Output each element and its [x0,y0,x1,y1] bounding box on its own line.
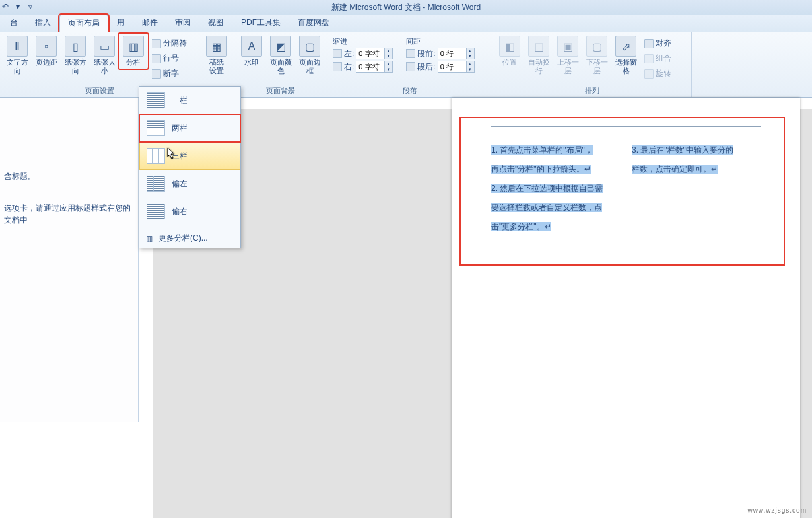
watermark-button[interactable]: A水印 [237,34,266,69]
spin-up[interactable]: ▴ [466,48,474,54]
orientation-icon: ▯ [65,36,86,57]
doc-text[interactable]: 1. 首先点击菜单栏的"布局"， [491,145,593,155]
spin-down[interactable]: ▾ [384,54,392,59]
one-column-icon [147,92,165,108]
doc-text[interactable]: 要选择栏数或者自定义栏数，点 [491,203,602,212]
space-before-spinner[interactable]: ▴▾ [438,48,475,59]
rotate-button[interactable]: 旋转 [642,67,674,81]
ribbon-tabs: 台 插入 页面布局 用 邮件 审阅 视图 PDF工具集 百度网盘 [0,15,812,32]
breaks-button[interactable]: 分隔符 [149,36,189,50]
undo-icon[interactable]: ↶ [0,1,11,12]
doc-text[interactable]: 再点击"分栏"的下拉箭头。↵ [491,165,591,174]
wrap-icon: ◫ [528,36,549,57]
text-direction-icon: Ⅱ [7,36,28,57]
tab-baidu[interactable]: 百度网盘 [289,14,338,32]
tab-insert[interactable]: 插入 [26,14,59,32]
paper-size-icon: ▭ [94,36,115,57]
space-before-icon [406,49,415,58]
document-column-2[interactable]: 3. 最后在"栏数"中输入要分的 栏数，点击确定即可。↵ [632,141,761,237]
columns-one[interactable]: 一栏 [139,87,240,114]
align-button[interactable]: 对齐 [642,36,674,50]
watermark-icon: A [241,36,262,57]
send-backward-button[interactable]: ▢下移一层 [582,34,611,77]
columns-left[interactable]: 偏左 [139,170,240,198]
document-columns: 1. 首先点击菜单栏的"布局"， 再点击"分栏"的下拉箭头。↵ 2. 然后在下拉… [491,141,761,237]
space-after-spinner[interactable]: ▴▾ [438,61,475,73]
columns-dropdown: 一栏 两栏 三栏 偏左 偏右 ▥ 更多分栏(C)... [139,86,241,248]
space-after-input[interactable] [438,63,466,71]
space-after-label: 段后: [417,61,435,73]
position-button[interactable]: ◧位置 [495,34,524,69]
spin-down[interactable]: ▾ [466,67,474,72]
tab-view[interactable]: 视图 [199,14,232,32]
doc-text[interactable]: 3. 最后在"栏数"中输入要分的 [632,145,733,155]
indent-right-spinner[interactable]: ▴▾ [356,61,393,73]
columns-two-label: 两栏 [172,123,187,134]
document-column-1[interactable]: 1. 首先点击菜单栏的"布局"， 再点击"分栏"的下拉箭头。↵ 2. 然后在下拉… [491,141,620,237]
doc-text[interactable]: 2. 然后在下拉选项中根据自己需 [491,184,603,193]
indent-right-input[interactable] [356,63,384,71]
tab-start[interactable]: 台 [1,14,26,32]
tab-references[interactable]: 用 [108,14,133,32]
columns-two[interactable]: 两栏 [139,114,240,142]
columns-three-label: 三栏 [172,151,187,162]
doc-text[interactable]: 栏数，点击确定即可。↵ [632,165,718,174]
group-objects-label: 组合 [656,53,671,64]
tab-page-layout[interactable]: 页面布局 [59,15,108,32]
columns-button[interactable]: ▥分栏 [119,34,148,69]
wrap-button[interactable]: ◫自动换行 [524,34,553,77]
document-area[interactable]: 1. 首先点击菜单栏的"布局"， 再点击"分栏"的下拉箭头。↵ 2. 然后在下拉… [153,109,812,518]
position-icon: ◧ [499,36,520,57]
text-direction-button[interactable]: Ⅱ文字方向 [3,34,32,77]
indent-right-label: 右: [344,61,354,73]
breaks-label: 分隔符 [163,38,187,49]
align-icon [644,39,654,48]
tab-mail[interactable]: 邮件 [133,14,166,32]
margins-button[interactable]: ▫页边距 [32,34,61,69]
group-page-background: A水印 ◩页面颜色 ▢页面边框 页面背景 [234,32,327,97]
page-border-button[interactable]: ▢页面边框 [295,34,324,77]
columns-icon: ▥ [123,36,144,57]
page-color-button[interactable]: ◩页面颜色 [266,34,295,77]
spin-down[interactable]: ▾ [384,67,392,72]
rotate-icon [644,69,654,79]
tab-pdf-tools[interactable]: PDF工具集 [232,14,289,32]
space-after-icon [406,62,415,71]
space-before-label: 段前: [417,48,435,59]
orientation-button[interactable]: ▯纸张方向 [61,34,90,77]
ribbon: Ⅱ文字方向 ▫页边距 ▯纸张方向 ▭纸张大小 ▥分栏 分隔符 行号 断字 页面设… [0,32,812,98]
indent-left-input[interactable] [356,50,384,57]
titlebar: ↶ ▾ ▿ 新建 Microsoft Word 文档 - Microsoft W… [0,0,812,15]
manuscript-button[interactable]: ▦稿纸 设置 [202,34,231,77]
hyphenation-icon [152,69,161,79]
group-objects-button[interactable]: 组合 [642,52,674,65]
indent-left-spinner[interactable]: ▴▾ [356,48,393,59]
manuscript-icon: ▦ [206,36,227,57]
spin-up[interactable]: ▴ [466,61,474,67]
spacing-header: 间距 [406,36,474,46]
more-columns[interactable]: ▥ 更多分栏(C)... [139,229,240,248]
qat-dropdown-icon[interactable]: ▾ [13,1,23,12]
indent-left-label: 左: [344,48,354,59]
nav-text-1: 含标题。 [4,170,134,182]
bring-forward-button[interactable]: ▣上移一层 [553,34,582,77]
space-before-input[interactable] [438,50,466,57]
page-border-icon: ▢ [299,36,320,57]
forward-icon: ▣ [557,36,578,57]
doc-text[interactable]: 击"更多分栏"。↵ [491,222,551,231]
hyphenation-button[interactable]: 断字 [149,67,189,81]
columns-right[interactable]: 偏右 [139,198,240,225]
line-numbers-button[interactable]: 行号 [149,52,189,65]
page-color-icon: ◩ [270,36,291,57]
spin-down[interactable]: ▾ [466,54,474,59]
columns-three[interactable]: 三栏 [139,142,240,170]
columns-one-label: 一栏 [172,95,187,106]
paper-size-button[interactable]: ▭纸张大小 [90,34,119,77]
tab-review[interactable]: 审阅 [166,14,199,32]
left-column-icon [147,176,165,192]
page[interactable]: 1. 首先点击菜单栏的"布局"， 再点击"分栏"的下拉箭头。↵ 2. 然后在下拉… [452,98,800,518]
selection-pane-button[interactable]: ⬀选择窗格 [611,34,640,77]
group-arrange: ◧位置 ◫自动换行 ▣上移一层 ▢下移一层 ⬀选择窗格 对齐 组合 旋转 排列 [492,32,692,97]
spin-up[interactable]: ▴ [384,48,392,54]
spin-up[interactable]: ▴ [384,61,392,67]
